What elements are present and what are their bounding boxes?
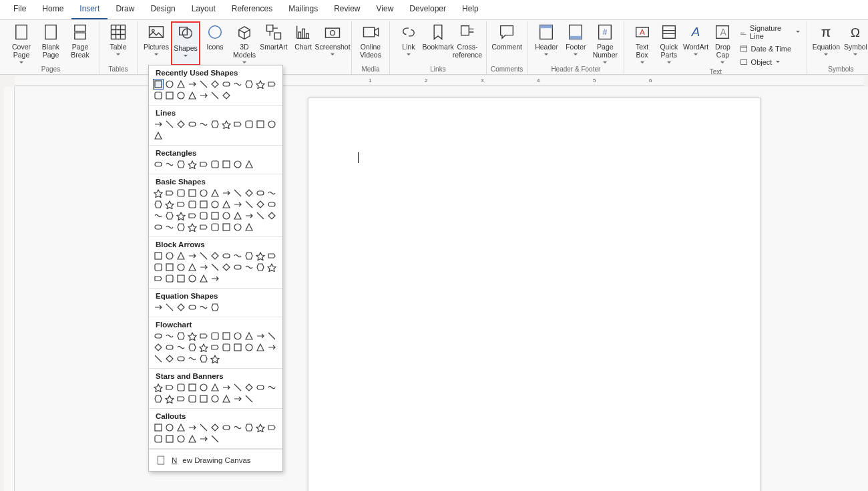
shape-option[interactable]: [176, 199, 186, 210]
shape-option[interactable]: [187, 79, 198, 90]
shape-option[interactable]: [153, 90, 164, 101]
footer-button[interactable]: Footer: [561, 21, 590, 65]
shape-option[interactable]: [232, 422, 243, 433]
shape-option[interactable]: [164, 434, 175, 444]
shape-option[interactable]: [198, 210, 209, 221]
shape-option[interactable]: [221, 251, 232, 261]
shape-option[interactable]: [221, 422, 232, 433]
shape-option[interactable]: [221, 262, 232, 273]
shape-option[interactable]: [210, 251, 220, 261]
shape-option[interactable]: [232, 79, 243, 90]
shape-option[interactable]: [198, 382, 209, 393]
shape-option[interactable]: [164, 199, 175, 210]
shape-option[interactable]: [244, 79, 254, 90]
chart-button[interactable]: Chart: [288, 21, 318, 65]
symbol-button[interactable]: ΩSymbol: [841, 21, 868, 65]
shape-option[interactable]: [187, 393, 198, 404]
link-button[interactable]: Link: [394, 21, 423, 65]
shape-option[interactable]: [153, 159, 164, 170]
shape-option[interactable]: [221, 393, 232, 404]
shape-option[interactable]: [266, 422, 277, 433]
equation-button[interactable]: πEquation: [811, 21, 841, 65]
shape-option[interactable]: [244, 199, 254, 210]
shape-option[interactable]: [176, 302, 186, 313]
object-button[interactable]: Object: [736, 56, 803, 68]
shape-option[interactable]: [198, 434, 209, 444]
shape-option[interactable]: [153, 262, 164, 273]
shape-option[interactable]: [164, 262, 175, 273]
shape-option[interactable]: [210, 79, 220, 90]
shape-option[interactable]: [176, 422, 186, 433]
document-page[interactable]: [308, 98, 761, 491]
shape-option[interactable]: [244, 159, 254, 170]
shape-option[interactable]: [187, 222, 198, 232]
shape-option[interactable]: [153, 422, 164, 433]
icons-button[interactable]: Icons: [200, 21, 230, 65]
shape-option[interactable]: [232, 199, 243, 210]
shape-option[interactable]: [176, 159, 186, 170]
shape-option[interactable]: [244, 262, 254, 273]
shape-option[interactable]: [255, 119, 266, 130]
shape-option[interactable]: [153, 199, 164, 210]
shape-option[interactable]: [153, 210, 164, 221]
cover-page-button[interactable]: CoverPage: [7, 21, 36, 65]
shape-option[interactable]: [153, 130, 164, 141]
shape-option[interactable]: [176, 331, 186, 341]
shape-option[interactable]: [187, 434, 198, 444]
shape-option[interactable]: [210, 302, 220, 313]
shape-option[interactable]: [244, 251, 254, 261]
shape-option[interactable]: [210, 382, 220, 393]
shape-option[interactable]: [232, 331, 243, 341]
shape-option[interactable]: [232, 188, 243, 198]
text-box-button[interactable]: ATextBox: [628, 21, 655, 65]
shape-option[interactable]: [164, 331, 175, 341]
shape-option[interactable]: [176, 90, 186, 101]
shape-option[interactable]: [176, 273, 186, 284]
shape-option[interactable]: [255, 331, 266, 341]
shape-option[interactable]: [153, 342, 164, 353]
shape-option[interactable]: [187, 342, 198, 353]
shape-option[interactable]: [210, 331, 220, 341]
shape-option[interactable]: [164, 353, 175, 364]
shape-option[interactable]: [187, 331, 198, 341]
online-videos-button[interactable]: OnlineVideos: [356, 21, 385, 65]
date-time-button[interactable]: Date & Time: [736, 43, 803, 55]
shape-option[interactable]: [255, 342, 266, 353]
shape-option[interactable]: [164, 159, 175, 170]
shape-option[interactable]: [232, 119, 243, 130]
shape-option[interactable]: [187, 188, 198, 198]
shape-option[interactable]: [187, 251, 198, 261]
shape-option[interactable]: [176, 79, 186, 90]
shape-option[interactable]: [210, 422, 220, 433]
shape-option[interactable]: [266, 188, 277, 198]
shape-option[interactable]: [164, 79, 175, 90]
shape-option[interactable]: [176, 382, 186, 393]
shape-option[interactable]: [153, 119, 164, 130]
shape-option[interactable]: [164, 90, 175, 101]
shape-option[interactable]: [164, 222, 175, 232]
shape-option[interactable]: [198, 222, 209, 232]
shape-option[interactable]: [164, 251, 175, 261]
shape-option[interactable]: [244, 393, 254, 404]
page-number-button[interactable]: #PageNumber: [590, 21, 620, 65]
shape-option[interactable]: [266, 251, 277, 261]
shape-option[interactable]: [255, 188, 266, 198]
new-drawing-canvas[interactable]: New Drawing Canvas: [149, 449, 282, 471]
shape-option[interactable]: [244, 188, 254, 198]
shape-option[interactable]: [244, 342, 254, 353]
shape-option[interactable]: [153, 188, 164, 198]
table-button[interactable]: Table: [103, 21, 133, 65]
shape-option[interactable]: [187, 302, 198, 313]
shape-option[interactable]: [255, 382, 266, 393]
shape-option[interactable]: [244, 210, 254, 221]
pictures-button[interactable]: Pictures: [142, 21, 171, 65]
menu-references[interactable]: References: [224, 0, 280, 19]
shape-option[interactable]: [266, 79, 277, 90]
shape-option[interactable]: [266, 199, 277, 210]
shape-option[interactable]: [210, 119, 220, 130]
shape-option[interactable]: [255, 422, 266, 433]
shape-option[interactable]: [255, 251, 266, 261]
shape-option[interactable]: [176, 262, 186, 273]
menu-mailings[interactable]: Mailings: [280, 0, 326, 19]
shape-option[interactable]: [198, 353, 209, 364]
